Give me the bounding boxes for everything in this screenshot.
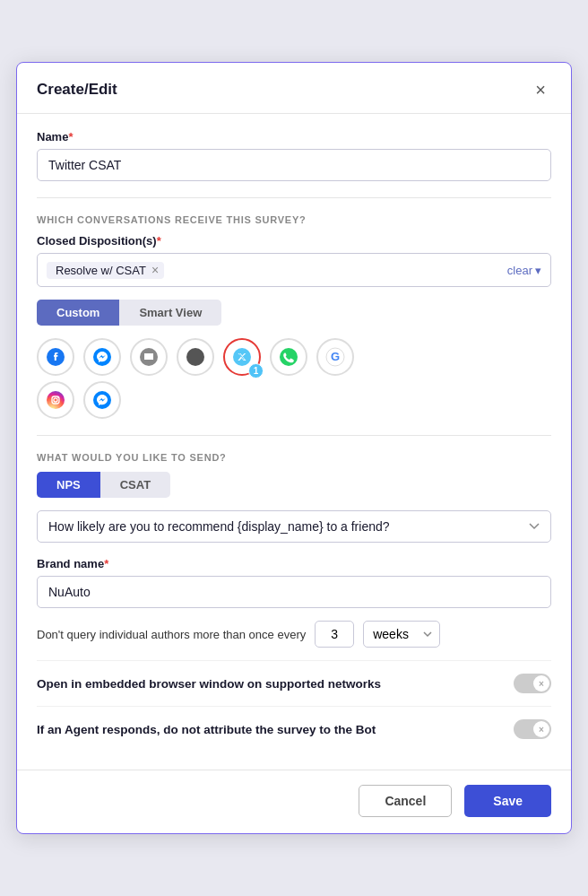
channel-tab-group: Custom Smart View: [37, 300, 551, 326]
toggle-embedded-browser-row: Open in embedded browser window on suppo…: [37, 660, 551, 706]
query-period-select[interactable]: weeks days months: [363, 621, 440, 648]
tab-nps[interactable]: NPS: [37, 472, 100, 498]
modal-body: Name* WHICH CONVERSATIONS RECEIVE THIS S…: [17, 114, 571, 770]
create-edit-modal: Create/Edit × Name* WHICH CONVERSATIONS …: [16, 62, 572, 834]
toggle-embedded-browser[interactable]: ×: [514, 674, 551, 693]
nps-question-group: How likely are you to recommend {display…: [37, 510, 551, 543]
survey-tab-group: NPS CSAT: [37, 472, 551, 498]
toggle-agent-bot-row: If an Agent responds, do not attribute t…: [37, 706, 551, 752]
toggle-agent-bot-label: If an Agent responds, do not attribute t…: [37, 723, 376, 736]
toggle-embedded-browser-label: Open in embedded browser window on suppo…: [37, 677, 381, 691]
channel-instagram-wrap: [37, 381, 74, 419]
channel-messenger[interactable]: [83, 338, 121, 376]
channel-apple[interactable]: [177, 338, 214, 376]
disposition-tag: Resolve w/ CSAT ×: [47, 262, 164, 279]
channel-chat-wrap: [130, 338, 168, 376]
toggle-agent-bot[interactable]: ×: [514, 719, 551, 739]
twitter-badge: 1: [248, 363, 264, 378]
chevron-down-icon: ▾: [535, 264, 541, 277]
svg-point-11: [57, 397, 58, 398]
dispositions-label: Closed Disposition(s)*: [37, 234, 551, 248]
toggle-agent-bot-knob: ×: [533, 721, 549, 737]
channel-icons-row: 1 G: [37, 338, 551, 376]
svg-point-1: [93, 348, 111, 366]
tab-csat[interactable]: CSAT: [100, 472, 170, 498]
svg-point-3: [186, 348, 204, 366]
tab-custom[interactable]: Custom: [37, 300, 119, 326]
channel-icons-row-2: [37, 381, 551, 419]
svg-point-5: [280, 348, 298, 366]
channel-messenger2[interactable]: [83, 381, 121, 419]
name-field-group: Name*: [37, 130, 551, 181]
channel-twitter-wrap: 1: [223, 338, 261, 376]
svg-point-12: [93, 391, 111, 409]
divider-2: [37, 435, 551, 436]
channel-instagram[interactable]: [37, 381, 74, 419]
name-input[interactable]: [37, 149, 551, 181]
dispositions-field-group: Closed Disposition(s)* Resolve w/ CSAT ×…: [37, 234, 551, 287]
channel-facebook-wrap: [37, 338, 74, 376]
channel-whatsapp-wrap: [270, 338, 307, 376]
query-interval-input[interactable]: [315, 621, 354, 648]
channel-messenger2-wrap: [83, 381, 121, 419]
save-button[interactable]: Save: [464, 785, 551, 817]
brand-field-group: Brand name*: [37, 557, 551, 608]
channel-chat[interactable]: [130, 338, 168, 376]
cancel-button[interactable]: Cancel: [359, 785, 452, 817]
modal-footer: Cancel Save: [17, 770, 571, 833]
name-field-label: Name*: [37, 130, 551, 144]
toggle-embedded-browser-knob: ×: [533, 675, 549, 692]
close-button[interactable]: ×: [530, 79, 551, 100]
channel-messenger-wrap: [83, 338, 121, 376]
svg-point-8: [47, 391, 65, 409]
conversations-section-title: WHICH CONVERSATIONS RECEIVE THIS SURVEY?: [37, 214, 551, 225]
channel-google[interactable]: G: [316, 338, 354, 376]
channel-google-wrap: G: [316, 338, 354, 376]
channel-apple-wrap: [177, 338, 214, 376]
brand-name-input[interactable]: [37, 576, 551, 608]
brand-field-label: Brand name*: [37, 557, 551, 570]
modal-header: Create/Edit ×: [17, 63, 571, 114]
dispositions-input[interactable]: Resolve w/ CSAT × clear ▾: [37, 253, 551, 287]
channel-whatsapp[interactable]: [270, 338, 307, 376]
modal-title: Create/Edit: [37, 81, 117, 99]
nps-question-select[interactable]: How likely are you to recommend {display…: [37, 510, 551, 543]
svg-point-4: [233, 348, 251, 366]
query-interval-row: Don't query individual authors more than…: [37, 621, 551, 648]
divider-1: [37, 197, 551, 198]
send-section-title: WHAT WOULD YOU LIKE TO SEND?: [37, 452, 551, 463]
channel-facebook[interactable]: [37, 338, 74, 376]
svg-text:G: G: [331, 350, 340, 363]
disposition-tag-remove[interactable]: ×: [151, 264, 159, 276]
tab-smart-view[interactable]: Smart View: [119, 300, 221, 326]
dispositions-clear-button[interactable]: clear ▾: [507, 264, 541, 277]
